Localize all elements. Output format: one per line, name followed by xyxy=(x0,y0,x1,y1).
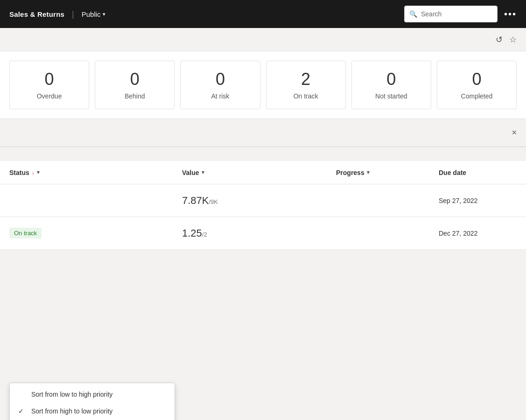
search-icon: 🔍 xyxy=(409,10,417,18)
app-title: Sales & Returns xyxy=(9,10,64,18)
progress-chevron-icon: ▾ xyxy=(367,169,370,175)
secondary-toolbar: ↺ ☆ xyxy=(0,28,526,51)
sort-desc-icon: ↓ xyxy=(32,169,35,176)
sort-high-low-label: Sort from high to low priority xyxy=(31,407,112,415)
row2-value-large: 1.25 xyxy=(182,227,202,239)
status-card-not-started[interactable]: 0 Not started xyxy=(351,61,431,109)
row1-value-suffix: /9K xyxy=(209,198,218,205)
workspace-chevron-icon: ▾ xyxy=(103,11,105,17)
row1-value: 7.87K/9K xyxy=(182,195,336,207)
sort-low-high-label: Sort from low to high priority xyxy=(31,391,112,398)
checkmark-icon: ✓ xyxy=(18,407,24,415)
at-risk-count: 0 xyxy=(188,70,252,89)
filter-bar: × xyxy=(0,119,526,147)
sort-low-to-high-item[interactable]: Sort from low to high priority xyxy=(10,386,175,403)
context-dropdown-menu: Sort from low to high priority ✓ Sort fr… xyxy=(9,383,175,420)
sort-high-to-low-item[interactable]: ✓ Sort from high to low priority xyxy=(10,403,175,420)
not-started-label: Not started xyxy=(375,92,407,100)
value-column-label: Value xyxy=(182,169,199,176)
due-date-column-label: Due date xyxy=(439,169,466,176)
on-track-label: On track xyxy=(294,92,318,100)
on-track-count: 2 xyxy=(274,70,338,89)
row1-due-date: Sep 27, 2022 xyxy=(439,197,526,204)
overdue-count: 0 xyxy=(17,70,81,89)
overdue-label: Overdue xyxy=(37,92,62,100)
topbar-right: 🔍 Search ••• xyxy=(404,6,517,22)
not-started-count: 0 xyxy=(359,70,423,89)
topbar: Sales & Returns | Public ▾ 🔍 Search ••• xyxy=(0,0,526,28)
at-risk-label: At risk xyxy=(211,92,229,100)
completed-count: 0 xyxy=(445,70,509,89)
more-options-button[interactable]: ••• xyxy=(504,9,517,20)
status-card-overdue[interactable]: 0 Overdue xyxy=(9,61,89,109)
close-button[interactable]: × xyxy=(512,128,517,138)
column-header-status[interactable]: Status ↓ ▾ xyxy=(9,169,182,176)
row2-value-suffix: /2 xyxy=(202,231,207,238)
behind-count: 0 xyxy=(103,70,167,89)
status-cards-container: 0 Overdue 0 Behind 0 At risk 2 On track … xyxy=(0,51,526,119)
completed-label: Completed xyxy=(461,92,493,100)
row2-status: On track xyxy=(9,228,182,238)
refresh-icon[interactable]: ↺ xyxy=(496,35,503,45)
status-chevron-icon: ▾ xyxy=(37,169,40,175)
status-card-completed[interactable]: 0 Completed xyxy=(437,61,517,109)
search-placeholder: Search xyxy=(421,10,442,18)
value-chevron-icon: ▾ xyxy=(202,169,204,175)
row2-value: 1.25/2 xyxy=(182,227,336,239)
table-row[interactable]: 7.87K/9K Sep 27, 2022 xyxy=(0,184,526,217)
table-header: Status ↓ ▾ Value ▾ Progress ▾ Due date xyxy=(0,161,526,184)
main-content: × Status ↓ ▾ Value ▾ Progress ▾ Due date… xyxy=(0,119,526,250)
search-box[interactable]: 🔍 Search xyxy=(404,6,498,22)
table-row[interactable]: On track 1.25/2 Dec 27, 2022 xyxy=(0,217,526,250)
workspace-dropdown[interactable]: Public ▾ xyxy=(82,10,105,18)
row1-value-large: 7.87K xyxy=(182,195,209,206)
toolbar-icons: ↺ ☆ xyxy=(496,35,517,45)
star-icon[interactable]: ☆ xyxy=(509,35,517,45)
row2-due-date: Dec 27, 2022 xyxy=(439,230,526,237)
spacer xyxy=(0,147,526,161)
title-separator: | xyxy=(72,9,74,19)
status-card-on-track[interactable]: 2 On track xyxy=(266,61,346,109)
behind-label: Behind xyxy=(125,92,145,100)
column-header-value[interactable]: Value ▾ xyxy=(182,169,336,176)
column-header-progress[interactable]: Progress ▾ xyxy=(336,169,439,176)
status-column-label: Status xyxy=(9,169,29,176)
progress-column-label: Progress xyxy=(336,169,365,176)
workspace-label: Public xyxy=(82,10,101,18)
status-badge-on-track: On track xyxy=(9,228,42,238)
status-card-at-risk[interactable]: 0 At risk xyxy=(180,61,260,109)
column-header-due-date: Due date xyxy=(439,169,526,176)
status-card-behind[interactable]: 0 Behind xyxy=(95,61,175,109)
